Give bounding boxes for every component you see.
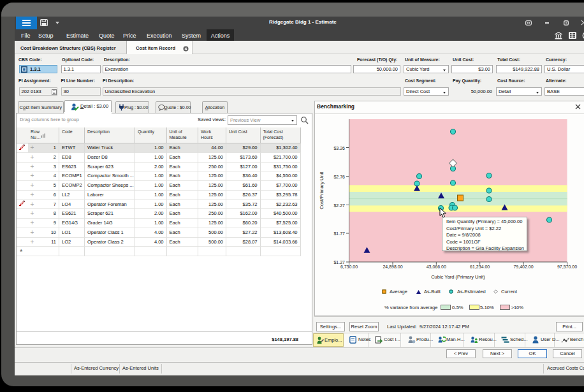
svg-text:6,730.00: 6,730.00 [340, 265, 358, 269]
svg-text:61,234.00: 61,234.00 [470, 265, 490, 269]
svg-text:24,898.00: 24,898.00 [383, 265, 402, 269]
svg-text:$2.76: $2.76 [333, 175, 345, 179]
svg-text:79,402.00: 79,402.00 [513, 265, 533, 269]
svg-text:$3.26: $3.26 [333, 146, 345, 150]
svg-text:43,066.00: 43,066.00 [427, 265, 446, 269]
svg-text:$1.77: $1.77 [333, 231, 345, 236]
svg-text:$2.27: $2.27 [333, 203, 345, 208]
svg-text:Cost/Primary Unit: Cost/Primary Unit [319, 171, 325, 210]
svg-text:Cubic Yard (Primary Unit): Cubic Yard (Primary Unit) [431, 274, 485, 280]
svg-text:$1.27: $1.27 [333, 260, 345, 265]
svg-text:97,570.00: 97,570.00 [557, 265, 577, 269]
